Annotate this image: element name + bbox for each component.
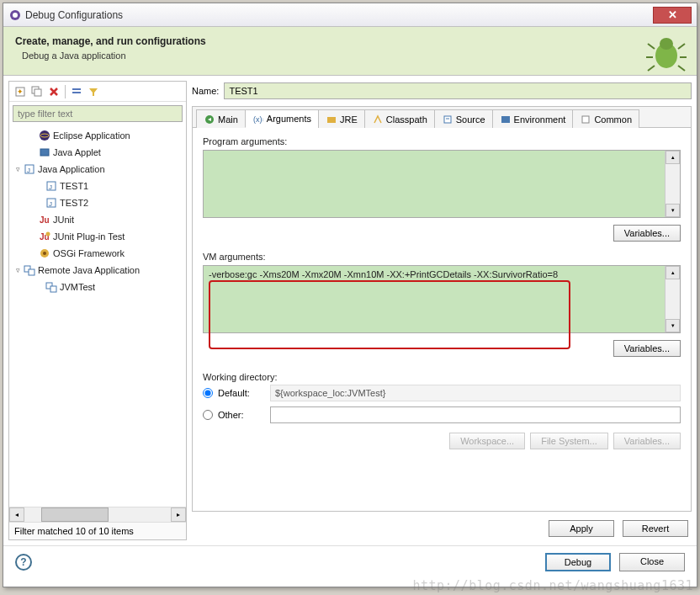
svg-point-29 — [43, 252, 46, 255]
debug-bug-icon — [646, 32, 687, 75]
default-dir-value: ${workspace_loc:JVMTest} — [270, 385, 681, 401]
tab-main[interactable]: Main — [196, 109, 246, 128]
app-icon — [8, 8, 22, 22]
textarea-scrollbar[interactable]: ▴▾ — [665, 266, 680, 332]
svg-rect-18 — [40, 149, 49, 156]
svg-rect-33 — [50, 286, 56, 292]
run-config-icon: J — [45, 179, 58, 193]
expand-icon[interactable]: ▿ — [13, 266, 23, 274]
default-dir-radio[interactable] — [203, 388, 213, 398]
svg-point-27 — [46, 232, 50, 236]
other-dir-input[interactable] — [270, 406, 681, 423]
vm-variables-button[interactable]: Variables... — [613, 340, 681, 357]
duplicate-config-button[interactable] — [29, 84, 45, 99]
program-args-textarea[interactable] — [204, 151, 680, 215]
svg-point-3 — [660, 38, 673, 50]
window-title: Debug Configurations — [25, 9, 653, 21]
common-tab-icon — [580, 114, 591, 125]
tab-arguments[interactable]: (x)=Arguments — [245, 109, 319, 128]
help-icon[interactable]: ? — [15, 554, 32, 571]
window-close-button[interactable]: ✕ — [653, 7, 692, 24]
program-variables-button[interactable]: Variables... — [613, 225, 681, 242]
tree-item-junit-plugin[interactable]: JuJUnit Plug-in Test — [11, 228, 184, 245]
filter-status: Filter matched 10 of 10 items — [9, 522, 186, 539]
remote-java-icon — [23, 263, 36, 277]
tree-item-junit[interactable]: JuJUnit — [11, 211, 184, 228]
config-tree-pane: ✦ Eclipse Application Java Applet ▿JJava… — [8, 81, 187, 540]
tree-item-eclipse-app[interactable]: Eclipse Application — [11, 127, 184, 144]
run-config-icon: J — [45, 196, 58, 210]
scroll-left-button[interactable]: ◂ — [9, 507, 24, 522]
tree-item-jvmtest[interactable]: JVMTest — [11, 279, 184, 295]
tree-scrollbar-horizontal[interactable]: ◂ ▸ — [9, 507, 186, 522]
svg-text:J: J — [27, 167, 30, 174]
expand-icon[interactable]: ▿ — [13, 165, 23, 173]
tab-classpath[interactable]: Classpath — [364, 109, 435, 128]
apply-button[interactable]: Apply — [549, 520, 614, 537]
svg-text:J: J — [49, 200, 52, 208]
junit-icon: Ju — [38, 213, 51, 226]
svg-text:✦: ✦ — [17, 88, 24, 96]
header-subtitle: Debug a Java application — [22, 50, 685, 61]
filter-button[interactable] — [86, 84, 101, 99]
new-config-button[interactable]: ✦ — [13, 84, 28, 99]
svg-rect-39 — [501, 116, 510, 123]
tab-jre[interactable]: JRE — [318, 109, 365, 128]
svg-text:(x)=: (x)= — [253, 115, 263, 124]
collapse-all-button[interactable] — [69, 84, 84, 99]
tree-item-java-applet[interactable]: Java Applet — [11, 144, 184, 161]
tree-item-java-application[interactable]: ▿JJava Application — [11, 161, 184, 178]
vm-args-textarea[interactable] — [204, 266, 680, 330]
svg-rect-37 — [444, 116, 451, 123]
tab-source[interactable]: Source — [434, 109, 493, 128]
revert-button[interactable]: Revert — [623, 520, 688, 537]
textarea-scrollbar[interactable]: ▴▾ — [665, 151, 680, 217]
junit-plugin-icon: Ju — [38, 230, 51, 243]
scroll-right-button[interactable]: ▸ — [171, 507, 186, 522]
tree-toolbar: ✦ — [9, 82, 186, 102]
arguments-tab-icon: (x)= — [252, 113, 264, 125]
osgi-icon — [38, 247, 51, 260]
name-label: Name: — [192, 86, 219, 96]
jre-tab-icon — [326, 114, 337, 125]
tab-strip: Main (x)=Arguments JRE Classpath Source … — [193, 107, 691, 128]
svg-line-4 — [648, 44, 655, 49]
main-tab-icon — [204, 114, 215, 125]
java-app-icon: J — [23, 162, 36, 176]
svg-rect-15 — [72, 92, 81, 93]
environment-tab-icon — [500, 114, 512, 125]
tab-common[interactable]: Common — [572, 109, 639, 128]
titlebar: Debug Configurations ✕ — [3, 3, 697, 27]
delete-config-button[interactable] — [46, 84, 61, 99]
svg-rect-13 — [34, 89, 41, 96]
tree-item-test1[interactable]: JTEST1 — [11, 178, 184, 194]
config-tree[interactable]: Eclipse Application Java Applet ▿JJava A… — [9, 125, 186, 507]
svg-text:J: J — [49, 183, 52, 191]
svg-line-9 — [678, 66, 685, 71]
working-dir-label: Working directory: — [203, 372, 681, 382]
svg-rect-36 — [327, 117, 336, 123]
svg-rect-40 — [582, 116, 589, 123]
classpath-tab-icon — [372, 114, 384, 125]
svg-line-5 — [678, 44, 685, 49]
svg-rect-31 — [29, 269, 34, 275]
svg-line-8 — [648, 66, 655, 71]
tab-environment[interactable]: Environment — [492, 109, 574, 128]
config-name-input[interactable] — [224, 82, 692, 99]
tree-item-osgi[interactable]: OSGi Framework — [11, 245, 184, 262]
close-button[interactable]: Close — [619, 553, 685, 571]
program-args-label: Program arguments: — [203, 136, 681, 146]
svg-rect-14 — [72, 88, 81, 90]
filter-input[interactable] — [13, 105, 183, 122]
filesystem-button[interactable]: File System... — [530, 433, 608, 449]
workspace-button[interactable]: Workspace... — [449, 433, 525, 449]
svg-point-1 — [13, 13, 18, 18]
wd-variables-button[interactable]: Variables... — [613, 433, 681, 449]
debug-button[interactable]: Debug — [545, 553, 611, 571]
tree-item-remote-java[interactable]: ▿Remote Java Application — [11, 262, 184, 279]
scroll-thumb[interactable] — [41, 507, 109, 522]
header-title: Create, manage, and run configurations — [15, 35, 685, 47]
tree-item-test2[interactable]: JTEST2 — [11, 194, 184, 211]
other-dir-radio[interactable] — [203, 410, 213, 420]
svg-point-16 — [40, 130, 50, 141]
